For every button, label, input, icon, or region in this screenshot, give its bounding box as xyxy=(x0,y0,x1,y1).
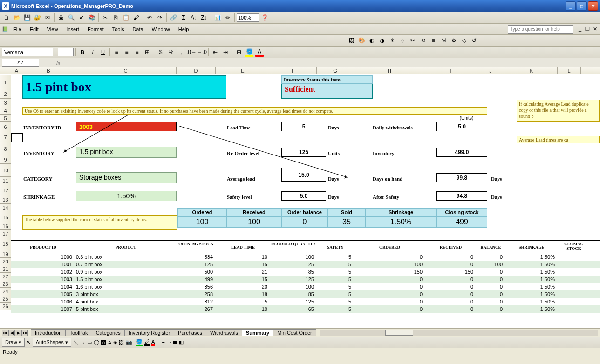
reset-icon[interactable]: ↺ xyxy=(470,36,479,45)
horizontal-scrollbar[interactable] xyxy=(320,330,598,336)
font-color-draw-icon[interactable]: A xyxy=(151,339,155,346)
sheet-tab[interactable]: Categories xyxy=(92,329,125,336)
tab-nav-last[interactable]: ⏭ xyxy=(21,330,28,336)
percent-icon[interactable]: % xyxy=(166,47,176,57)
decrease-indent-icon[interactable]: ⇤ xyxy=(211,47,220,57)
table-row[interactable]: 10053 pint box258188550001.50% xyxy=(11,290,600,298)
select-objects-icon[interactable]: ↖ xyxy=(27,339,31,345)
drawing-icon[interactable]: ✏ xyxy=(223,13,232,22)
table-row[interactable]: 10064 pint box312512550001.50% xyxy=(11,298,600,305)
dash-style-icon[interactable]: ┅ xyxy=(162,339,165,345)
format-painter-icon[interactable]: 🖌 xyxy=(131,13,141,22)
comma-icon[interactable]: , xyxy=(177,47,186,57)
open-icon[interactable]: 📂 xyxy=(12,13,21,22)
draw-menu[interactable]: Draw ▾ xyxy=(2,338,25,347)
table-row[interactable]: 10020.9 pint box5002185515015001.50% xyxy=(11,268,600,276)
table-row[interactable]: 10010.7 pint box12515125510001001.50% xyxy=(11,261,600,268)
hyperlink-icon[interactable]: 🔗 xyxy=(169,13,178,22)
doc-close-button[interactable]: ✕ xyxy=(592,26,598,32)
oval-icon[interactable]: ◯ xyxy=(94,339,99,345)
increase-decimal-icon[interactable]: .0→ xyxy=(187,47,196,57)
line-icon[interactable]: ＼ xyxy=(73,339,78,346)
align-center-icon[interactable]: ≡ xyxy=(122,47,131,57)
table-row[interactable]: 10075 pint box267106550001.50% xyxy=(11,305,600,313)
column-headers[interactable]: A B C D E F G H I J K L xyxy=(0,67,600,74)
sheet-tab[interactable]: Min Cost Order xyxy=(273,329,316,336)
clipart-icon[interactable]: 🖼 xyxy=(119,340,124,345)
sort-asc-icon[interactable]: A↓ xyxy=(189,13,198,22)
wordart-icon[interactable]: A xyxy=(108,340,111,345)
sort-desc-icon[interactable]: Z↓ xyxy=(199,13,209,22)
copy-icon[interactable]: ⎘ xyxy=(111,13,120,22)
cut-icon[interactable]: ✂ xyxy=(101,13,110,22)
color-icon[interactable]: 🎨 xyxy=(357,36,366,45)
arrow-style-icon[interactable]: ⇒ xyxy=(167,339,171,345)
doc-minimize-button[interactable]: _ xyxy=(577,26,583,32)
merge-center-icon[interactable]: ⊞ xyxy=(143,47,152,57)
grid-cells[interactable]: 1.5 pint box Inventory Status this item … xyxy=(11,75,600,328)
sheet-tab[interactable]: ToolPak xyxy=(65,329,92,336)
autosum-icon[interactable]: Σ xyxy=(179,13,188,22)
redo-icon[interactable]: ↷ xyxy=(155,13,164,22)
spell-icon[interactable]: ✔ xyxy=(77,13,86,22)
fill-color-icon[interactable]: 🪣 xyxy=(245,47,254,57)
font-color-icon[interactable]: A xyxy=(255,47,264,57)
undo-icon[interactable]: ↶ xyxy=(145,13,154,22)
brightness-more-icon[interactable]: ☀ xyxy=(388,36,397,45)
tab-nav-prev[interactable]: ◀ xyxy=(8,330,15,336)
decrease-decimal-icon[interactable]: ←.0 xyxy=(197,47,206,57)
menu-view[interactable]: View xyxy=(43,26,62,33)
tab-nav-first[interactable]: ⏮ xyxy=(2,330,8,336)
contrast-less-icon[interactable]: ◑ xyxy=(377,36,387,45)
align-right-icon[interactable]: ≡ xyxy=(132,47,142,57)
mail-icon[interactable]: ✉ xyxy=(43,13,52,22)
format-picture-icon[interactable]: ⚙ xyxy=(449,36,458,45)
align-left-icon[interactable]: ≡ xyxy=(112,47,121,57)
help-search-input[interactable] xyxy=(508,25,573,34)
workbook-icon[interactable]: 📗 xyxy=(2,26,8,32)
fill-color-draw-icon[interactable]: 🪣 xyxy=(136,339,143,346)
rotate-icon[interactable]: ⟲ xyxy=(418,36,428,45)
sheet-tab[interactable]: Purchases xyxy=(174,329,206,336)
save-icon[interactable]: 💾 xyxy=(22,13,32,22)
permission-icon[interactable]: 🔐 xyxy=(33,13,42,22)
name-box[interactable]: A7 xyxy=(2,59,39,67)
contrast-more-icon[interactable]: ◐ xyxy=(367,36,376,45)
maximize-button[interactable]: □ xyxy=(577,1,587,11)
print-icon[interactable]: 🖶 xyxy=(56,13,66,22)
3d-icon[interactable]: ◧ xyxy=(179,339,184,345)
minimize-button[interactable]: _ xyxy=(566,1,576,11)
menu-file[interactable]: File xyxy=(9,26,25,33)
arrow-icon[interactable]: → xyxy=(80,340,85,345)
row-headers[interactable]: 1234567891011121314151617181920212223242… xyxy=(0,75,11,310)
brightness-less-icon[interactable]: ☼ xyxy=(398,36,407,45)
currency-icon[interactable]: $ xyxy=(156,47,165,57)
sheet-tab[interactable]: Withdrawals xyxy=(206,329,242,336)
autoshapes-menu[interactable]: AutoShapes ▾ xyxy=(33,338,71,347)
crop-icon[interactable]: ✂ xyxy=(408,36,417,45)
diagram-icon[interactable]: ◈ xyxy=(113,339,117,345)
line-style-icon[interactable]: ≡ xyxy=(429,36,438,45)
rectangle-icon[interactable]: ▭ xyxy=(87,339,92,345)
menu-window[interactable]: Window xyxy=(148,26,174,33)
sheet-tab[interactable]: Introduction xyxy=(31,329,66,336)
increase-indent-icon[interactable]: ⇥ xyxy=(221,47,230,57)
compress-icon[interactable]: ⇲ xyxy=(439,36,448,45)
menu-data[interactable]: Data xyxy=(129,26,147,33)
close-button[interactable]: ✕ xyxy=(588,1,598,11)
picture-icon[interactable]: 📷 xyxy=(126,339,132,345)
sheet-tab[interactable]: Inventory Register xyxy=(124,329,174,336)
chart-icon[interactable]: 📊 xyxy=(213,13,222,22)
borders-icon[interactable]: ⊞ xyxy=(234,47,244,57)
menu-insert[interactable]: Insert xyxy=(62,26,83,33)
textbox-icon[interactable]: 🅰 xyxy=(101,340,106,345)
underline-icon[interactable]: U xyxy=(98,47,108,57)
table-row[interactable]: 10041.6 pint box3562010050001.50% xyxy=(11,283,600,290)
shadow-icon[interactable]: ◼ xyxy=(173,339,177,345)
menu-tools[interactable]: Tools xyxy=(109,26,128,33)
transparent-icon[interactable]: ◇ xyxy=(459,36,469,45)
menu-help[interactable]: Help xyxy=(175,26,193,33)
help-icon[interactable]: ❓ xyxy=(260,13,269,22)
table-row[interactable]: 10031.5 pint box4991512550001.50% xyxy=(11,276,600,283)
line-color-icon[interactable]: 🖊 xyxy=(144,339,150,346)
